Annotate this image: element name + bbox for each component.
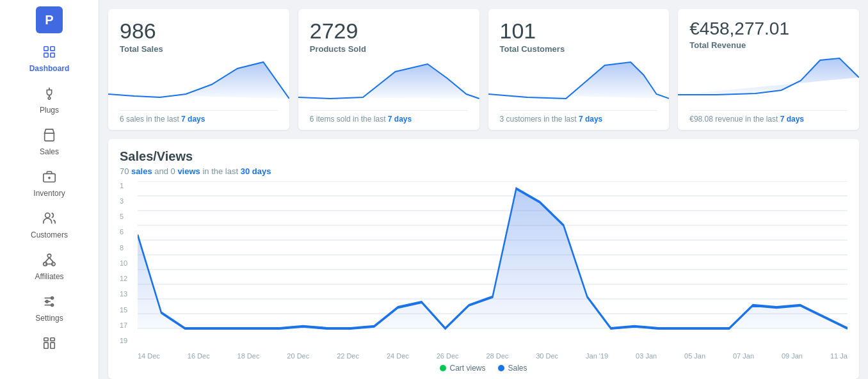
stat-footer-highlight3: 7 days — [579, 115, 602, 124]
sales-link[interactable]: sales — [131, 166, 152, 176]
stat-value-products-sold: 2729 — [310, 19, 468, 43]
inventory-icon — [42, 170, 56, 186]
svg-marker-30 — [678, 58, 859, 95]
sidebar-label-inventory: Inventory — [33, 189, 65, 198]
legend-dot-cart-views — [440, 365, 446, 371]
stat-footer-total-revenue: €98.08 revenue in the last 7 days — [689, 110, 848, 124]
extra-icon — [42, 336, 56, 353]
customers-icon — [42, 211, 56, 228]
stat-label-total-sales: Total Sales — [120, 44, 278, 54]
sidebar-label-plugs: Plugs — [40, 106, 59, 115]
chart-legend: Cart views Sales — [120, 364, 848, 373]
settings-icon — [42, 294, 56, 311]
sidebar-label-customers: Customers — [31, 230, 68, 239]
stat-card-total-customers: 101 Total Customers 3 customers in the l… — [488, 9, 670, 130]
svg-point-10 — [45, 213, 50, 218]
sidebar: P Dashboard Plugs Sales Inventory Custom… — [0, 0, 99, 379]
sidebar-item-dashboard[interactable]: Dashboard — [0, 37, 99, 79]
legend-label-sales: Sales — [508, 364, 527, 373]
sales-icon — [42, 128, 56, 145]
sidebar-item-plugs[interactable]: Plugs — [0, 79, 99, 120]
svg-marker-27 — [108, 62, 289, 99]
sidebar-item-customers[interactable]: Customers — [0, 204, 99, 245]
affiliates-icon — [42, 253, 56, 270]
stat-card-total-sales: 986 Total Sales 6 sales in the last 7 da… — [108, 9, 289, 130]
svg-rect-23 — [44, 338, 48, 341]
svg-rect-24 — [51, 338, 54, 341]
stat-footer-total-customers: 3 customers in the last 7 days — [500, 110, 658, 124]
stat-footer-highlight4: 7 days — [780, 115, 804, 124]
legend-dot-sales — [498, 365, 504, 371]
sidebar-label-sales: Sales — [40, 147, 59, 156]
chart-subtitle: 70 sales and 0 views in the last 30 days — [120, 166, 848, 176]
sidebar-label-settings: Settings — [35, 314, 63, 323]
chart-svg-container — [138, 181, 848, 344]
svg-rect-2 — [44, 53, 48, 57]
sidebar-item-settings[interactable]: Settings — [0, 287, 99, 328]
app-logo: P — [36, 6, 63, 33]
stat-chart-products-sold — [298, 59, 479, 106]
chart-title: Sales/Views — [120, 149, 848, 164]
sidebar-item-affiliates[interactable]: Affiliates — [0, 245, 99, 287]
stat-chart-total-sales — [108, 59, 289, 106]
sidebar-item-inventory[interactable]: Inventory — [0, 162, 99, 204]
stat-footer-highlight: 7 days — [181, 115, 205, 124]
svg-rect-1 — [51, 47, 54, 51]
sidebar-item-extra[interactable] — [0, 328, 99, 359]
plugs-icon — [42, 86, 56, 103]
stat-value-total-revenue: €458,277.01 — [689, 19, 848, 39]
svg-rect-0 — [44, 47, 48, 51]
svg-line-14 — [45, 257, 49, 262]
stat-footer-products-sold: 6 items sold in the last 7 days — [310, 110, 468, 124]
stat-footer-highlight2: 7 days — [388, 115, 412, 124]
sidebar-item-sales[interactable]: Sales — [0, 120, 99, 162]
stat-label-total-customers: Total Customers — [500, 44, 658, 54]
svg-rect-26 — [51, 343, 54, 348]
x-axis: 14 Dec 16 Dec 18 Dec 20 Dec 22 Dec 24 De… — [138, 352, 848, 360]
svg-marker-42 — [138, 189, 848, 328]
stat-chart-total-revenue — [678, 55, 859, 107]
stat-card-products-sold: 2729 Products Sold 6 items sold in the l… — [298, 9, 479, 130]
stat-card-total-revenue: €458,277.01 Total Revenue €98.08 revenue… — [678, 9, 859, 130]
stat-footer-total-sales: 6 sales in the last 7 days — [120, 110, 278, 124]
svg-rect-3 — [51, 53, 54, 57]
y-axis: 19 17 15 13 12 10 8 6 5 3 1 — [120, 181, 134, 344]
svg-marker-28 — [298, 64, 479, 99]
views-link[interactable]: views — [177, 166, 200, 176]
legend-label-cart-views: Cart views — [449, 364, 485, 373]
days-link[interactable]: 30 days — [241, 166, 271, 176]
stat-value-total-sales: 986 — [120, 19, 278, 43]
stat-label-total-revenue: Total Revenue — [689, 40, 848, 50]
svg-point-11 — [47, 254, 51, 258]
sidebar-label-affiliates: Affiliates — [35, 272, 63, 281]
legend-sales: Sales — [498, 364, 527, 373]
svg-line-15 — [49, 257, 53, 262]
legend-cart-views: Cart views — [440, 364, 485, 373]
svg-point-6 — [48, 97, 51, 100]
stat-value-total-customers: 101 — [500, 19, 658, 43]
dashboard-icon — [42, 45, 56, 61]
chart-area: 19 17 15 13 12 10 8 6 5 3 1 — [120, 181, 848, 360]
svg-rect-25 — [44, 343, 48, 348]
sales-views-chart-section: Sales/Views 70 sales and 0 views in the … — [108, 139, 859, 379]
svg-marker-29 — [488, 62, 670, 99]
stat-cards-row: 986 Total Sales 6 sales in the last 7 da… — [108, 9, 859, 130]
sidebar-label-dashboard: Dashboard — [29, 64, 70, 73]
stat-chart-total-customers — [488, 59, 670, 106]
stat-label-products-sold: Products Sold — [310, 44, 468, 54]
main-content: 986 Total Sales 6 sales in the last 7 da… — [99, 0, 868, 379]
